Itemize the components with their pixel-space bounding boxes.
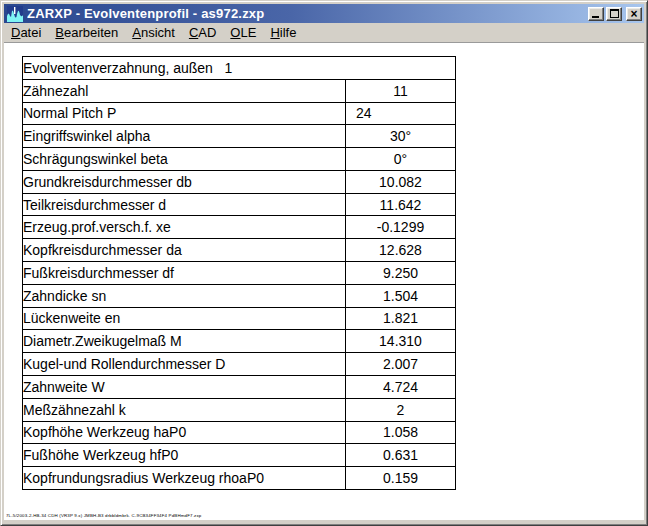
menu-item-bearbeiten[interactable]: Bearbeiten [49, 23, 124, 42]
table-row: Fußhöhe Werkzeug hfP00.631 [23, 444, 456, 467]
table-row: Kopfkreisdurchmesser da12.628 [23, 239, 456, 262]
param-value: 10.082 [346, 170, 456, 193]
param-value: 0.631 [346, 444, 456, 467]
param-value: 14.310 [346, 330, 456, 353]
table-row: Lückenweite en1.821 [23, 307, 456, 330]
param-value: 2.007 [346, 353, 456, 376]
client-area: Evolventenverzahnung, außen 1 Zähnezahl1… [4, 42, 644, 520]
param-label: Zähnezahl [23, 79, 346, 102]
table-row: Fußkreisdurchmesser df9.250 [23, 262, 456, 285]
param-label: Teilkreisdurchmesser d [23, 193, 346, 216]
involute-profile-icon [7, 6, 23, 22]
maximize-icon [610, 9, 619, 18]
param-label: Normal Pitch P [23, 102, 346, 125]
table-row: Normal Pitch P24 [23, 102, 456, 125]
param-label: Kopfkreisdurchmesser da [23, 239, 346, 262]
close-button[interactable]: × [626, 7, 642, 21]
param-value: 11.642 [346, 193, 456, 216]
param-label: Kopfrundungsradius Werkzeug rhoaP0 [23, 467, 346, 490]
table-row: Schrägungswinkel beta0° [23, 148, 456, 171]
menu-item-datei[interactable]: Datei [5, 23, 47, 42]
table-row: Kopfrundungsradius Werkzeug rhoaP00.159 [23, 467, 456, 490]
table-row: Zahndicke sn1.504 [23, 284, 456, 307]
parameter-table: Evolventenverzahnung, außen 1 Zähnezahl1… [22, 56, 456, 490]
footer-fine-print: 7L-5/2003-2-HB-34 CDH (VR3P 9.x) JMBH-B3… [6, 513, 201, 518]
param-value: 12.628 [346, 239, 456, 262]
param-label: Meßzähnezahl k [23, 398, 346, 421]
menubar: Datei Bearbeiten Ansicht CAD OLE Hilfe [4, 23, 644, 42]
window-title: ZARXP - Evolventenprofil - as972.zxp [27, 6, 586, 21]
param-value: 9.250 [346, 262, 456, 285]
param-label: Grundkreisdurchmesser db [23, 170, 346, 193]
app-icon[interactable] [7, 6, 23, 22]
param-value: 1.058 [346, 421, 456, 444]
table-row: Erzeug.prof.versch.f. xe-0.1299 [23, 216, 456, 239]
titlebar[interactable]: ZARXP - Evolventenprofil - as972.zxp × [4, 4, 644, 23]
menu-item-cad[interactable]: CAD [183, 23, 222, 42]
param-label: Kopfhöhe Werkzeug haP0 [23, 421, 346, 444]
param-value: 30° [346, 125, 456, 148]
table-row: Diametr.Zweikugelmaß M14.310 [23, 330, 456, 353]
param-value: 1.821 [346, 307, 456, 330]
param-label: Zahndicke sn [23, 284, 346, 307]
param-value: 1.504 [346, 284, 456, 307]
param-label: Fußkreisdurchmesser df [23, 262, 346, 285]
table-row: Kopfhöhe Werkzeug haP01.058 [23, 421, 456, 444]
param-value: 0° [346, 148, 456, 171]
param-value: 24 [346, 102, 456, 125]
minimize-button[interactable] [588, 7, 604, 21]
param-label: Fußhöhe Werkzeug hfP0 [23, 444, 346, 467]
menu-item-ole[interactable]: OLE [224, 23, 262, 42]
param-label: Kugel-und Rollendurchmesser D [23, 353, 346, 376]
maximize-button[interactable] [606, 7, 622, 21]
minimize-icon [592, 16, 599, 18]
param-value: 0.159 [346, 467, 456, 490]
param-value: 2 [346, 398, 456, 421]
param-value: 11 [346, 79, 456, 102]
table-row: Meßzähnezahl k2 [23, 398, 456, 421]
app-window: ZARXP - Evolventenprofil - as972.zxp × D… [0, 0, 648, 526]
menu-item-hilfe[interactable]: Hilfe [264, 23, 302, 42]
table-row: Kugel-und Rollendurchmesser D2.007 [23, 353, 456, 376]
param-label: Erzeug.prof.versch.f. xe [23, 216, 346, 239]
table-row: Teilkreisdurchmesser d11.642 [23, 193, 456, 216]
param-label: Zahnweite W [23, 375, 346, 398]
param-value: -0.1299 [346, 216, 456, 239]
param-value: 4.724 [346, 375, 456, 398]
table-row: Grundkreisdurchmesser db10.082 [23, 170, 456, 193]
param-label: Diametr.Zweikugelmaß M [23, 330, 346, 353]
table-header-row: Evolventenverzahnung, außen 1 [23, 57, 456, 80]
param-label: Eingriffswinkel alpha [23, 125, 346, 148]
parameter-table-body: Evolventenverzahnung, außen 1 Zähnezahl1… [23, 57, 456, 490]
table-row: Zahnweite W4.724 [23, 375, 456, 398]
table-row: Eingriffswinkel alpha30° [23, 125, 456, 148]
param-label: Schrägungswinkel beta [23, 148, 346, 171]
table-row: Zähnezahl11 [23, 79, 456, 102]
menu-item-ansicht[interactable]: Ansicht [126, 23, 181, 42]
close-icon: × [630, 9, 637, 19]
param-label: Lückenweite en [23, 307, 346, 330]
table-title: Evolventenverzahnung, außen 1 [23, 57, 456, 80]
